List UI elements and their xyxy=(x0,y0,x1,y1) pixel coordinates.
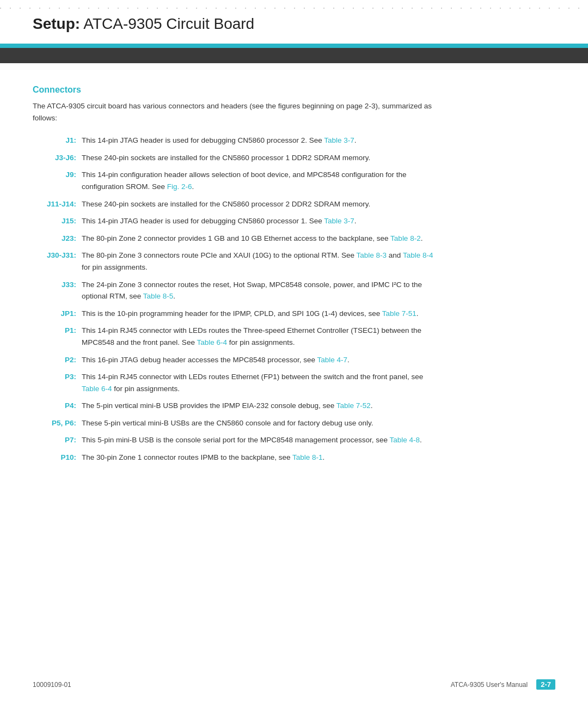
connector-item: P2:This 16-pin JTAG debug header accesse… xyxy=(33,354,555,366)
connector-desc: This 5-pin mini-B USB is the console ser… xyxy=(82,434,422,446)
connector-link[interactable]: Fig. 2-6 xyxy=(167,182,192,191)
connector-item: P1:This 14-pin RJ45 connector with LEDs … xyxy=(33,325,555,348)
connector-list: J1:This 14-pin JTAG header is used for d… xyxy=(33,135,555,463)
connector-label: J1: xyxy=(33,135,82,147)
connector-desc: This 14-pin JTAG header is used for debu… xyxy=(82,135,357,147)
connector-label: P7: xyxy=(33,434,82,446)
connector-label: P5, P6: xyxy=(33,417,82,429)
dark-bar xyxy=(0,48,588,63)
connector-desc: The 80-pin Zone 3 connectors route PCIe … xyxy=(82,249,441,273)
connector-desc: This is the 10-pin programming header fo… xyxy=(82,308,419,320)
connector-item: J3-J6:These 240-pin sockets are installe… xyxy=(33,152,555,164)
connector-desc: The 24-pin Zone 3 connector routes the r… xyxy=(82,279,441,302)
connector-link[interactable]: Table 4-8 xyxy=(390,436,420,444)
connector-item: J30-J31:The 80-pin Zone 3 connectors rou… xyxy=(33,249,555,273)
connector-link[interactable]: Table 6-4 xyxy=(197,338,227,346)
footer: 10009109-01 ATCA-9305 User's Manual 2-7 xyxy=(0,679,588,690)
connector-item: P7:This 5-pin mini-B USB is the console … xyxy=(33,434,555,446)
connector-desc: These 240-pin sockets are installed for … xyxy=(82,152,370,164)
connector-item: J9:This 14-pin configuration header allo… xyxy=(33,169,555,192)
connector-item: JP1:This is the 10-pin programming heade… xyxy=(33,308,555,320)
footer-manual-title: ATCA-9305 User's Manual xyxy=(451,681,528,689)
connector-item: J11-J14:These 240-pin sockets are instal… xyxy=(33,198,555,210)
connector-desc: The 30-pin Zone 1 connector routes IPMB … xyxy=(82,452,324,464)
page-title: Setup: ATCA-9305 Circuit Board xyxy=(33,15,555,33)
connector-link[interactable]: Table 7-51 xyxy=(382,309,416,318)
connector-item: P5, P6:These 5-pin vertical mini-B USBs … xyxy=(33,417,555,429)
connector-label: P10: xyxy=(33,452,82,464)
connector-desc: The 5-pin vertical mini-B USB provides t… xyxy=(82,400,373,412)
connector-link2[interactable]: Table 8-4 xyxy=(403,251,433,259)
connector-desc: This 14-pin RJ45 connector with LEDs rou… xyxy=(82,325,441,348)
connector-desc: This 14-pin RJ45 connector with LEDs rou… xyxy=(82,371,441,394)
connector-link[interactable]: Table 3-7 xyxy=(324,217,354,225)
connector-label: P3: xyxy=(33,371,82,383)
connector-desc: This 14-pin JTAG header is used for debu… xyxy=(82,215,357,227)
blue-bar xyxy=(0,44,588,48)
connector-link[interactable]: Table 6-4 xyxy=(82,385,112,393)
connector-item: P3:This 14-pin RJ45 connector with LEDs … xyxy=(33,371,555,394)
connector-link[interactable]: Table 8-5 xyxy=(143,292,174,300)
footer-right: ATCA-9305 User's Manual 2-7 xyxy=(451,679,555,690)
connector-link[interactable]: Table 7-52 xyxy=(336,401,371,410)
connector-label: J11-J14: xyxy=(33,198,82,210)
connector-desc: This 14-pin configuration header allows … xyxy=(82,169,441,192)
connector-label: J30-J31: xyxy=(33,249,82,261)
connector-item: P4:The 5-pin vertical mini-B USB provide… xyxy=(33,400,555,412)
page-title-regular: ATCA-9305 Circuit Board xyxy=(80,15,254,32)
footer-doc-number: 10009109-01 xyxy=(33,681,71,689)
connector-label: J33: xyxy=(33,279,82,291)
connector-label: J9: xyxy=(33,169,82,181)
connector-label: J23: xyxy=(33,233,82,245)
intro-text: The ATCA-9305 circuit board has various … xyxy=(33,100,446,124)
connector-link[interactable]: Table 3-7 xyxy=(324,136,354,144)
connector-item: J15:This 14-pin JTAG header is used for … xyxy=(33,215,555,227)
connector-link[interactable]: Table 8-3 xyxy=(357,251,387,259)
connector-desc: This 16-pin JTAG debug header accesses t… xyxy=(82,354,350,366)
dot-pattern xyxy=(0,0,588,12)
connector-label: P1: xyxy=(33,325,82,337)
connector-label: JP1: xyxy=(33,308,82,320)
connector-item: P10:The 30-pin Zone 1 connector routes I… xyxy=(33,452,555,464)
content-area: Connectors The ATCA-9305 circuit board h… xyxy=(0,63,588,513)
connector-item: J23:The 80-pin Zone 2 connector provides… xyxy=(33,233,555,245)
connector-link[interactable]: Table 8-2 xyxy=(390,234,421,242)
connector-label: P2: xyxy=(33,354,82,366)
connector-label: P4: xyxy=(33,400,82,412)
footer-page-badge: 2-7 xyxy=(536,679,555,690)
connector-link[interactable]: Table 8-1 xyxy=(292,453,323,461)
connector-desc: These 5-pin vertical mini-B USBs are the… xyxy=(82,417,373,429)
page-title-bold: Setup: xyxy=(33,15,80,32)
connector-item: J1:This 14-pin JTAG header is used for d… xyxy=(33,135,555,147)
connector-desc: The 80-pin Zone 2 connector provides 1 G… xyxy=(82,233,422,245)
connector-item: J33:The 24-pin Zone 3 connector routes t… xyxy=(33,279,555,302)
connector-label: J15: xyxy=(33,215,82,227)
connector-label: J3-J6: xyxy=(33,152,82,164)
section-title: Connectors xyxy=(33,85,555,95)
connector-link[interactable]: Table 4-7 xyxy=(317,356,348,364)
connector-desc: These 240-pin sockets are installed for … xyxy=(82,198,370,210)
